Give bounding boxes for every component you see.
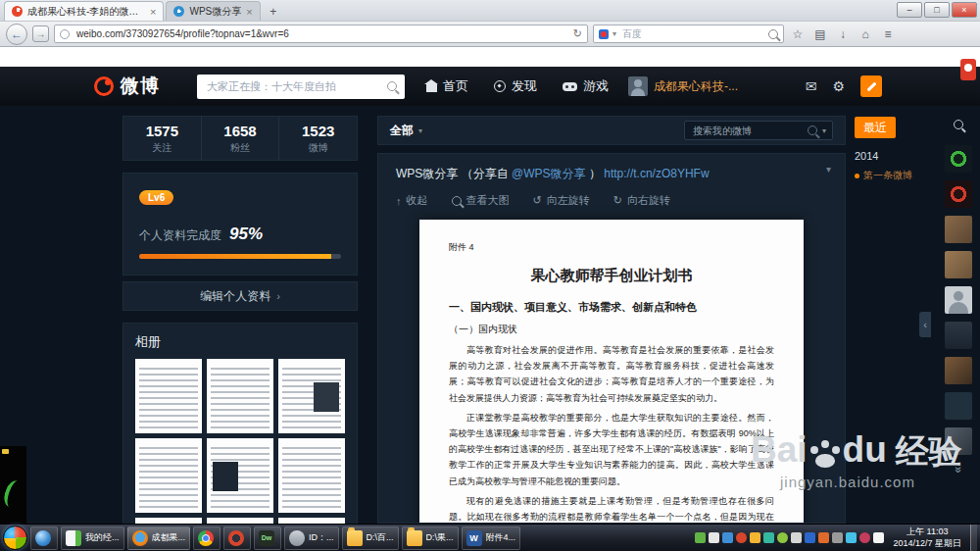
post-author[interactable]: WPS微分享 — [396, 167, 458, 180]
mail-icon[interactable]: ✉ — [806, 78, 817, 94]
filter-all-dropdown[interactable]: 全部 ▾ — [390, 123, 422, 139]
maximize-button[interactable]: □ — [924, 2, 950, 18]
compose-button[interactable] — [860, 75, 882, 97]
album-photo[interactable] — [278, 359, 345, 433]
home-icon[interactable]: ⌂ — [857, 25, 874, 43]
downloads-icon[interactable]: ↓ — [834, 25, 852, 43]
tray-icon[interactable] — [873, 532, 884, 543]
search-engine-icon[interactable] — [599, 29, 609, 39]
tray-icon[interactable] — [763, 532, 774, 543]
show-desktop-button[interactable] — [970, 525, 977, 551]
collapse-action[interactable]: ↑ 收起 — [396, 193, 428, 208]
album-photo[interactable] — [207, 438, 273, 513]
new-tab-button[interactable]: + — [263, 3, 284, 21]
taskbar-clock[interactable]: 上午 11:03 2014/12/7 星期日 — [887, 526, 967, 549]
search-magnifier-icon[interactable] — [768, 29, 778, 39]
album-photo[interactable] — [207, 359, 273, 433]
tray-icon[interactable] — [695, 532, 706, 543]
tray-icon[interactable] — [722, 532, 733, 543]
taskbar-item-word-doc[interactable]: W 附件4... — [462, 526, 521, 550]
start-button[interactable] — [3, 526, 27, 550]
post-mention-link[interactable]: @WPS微分享 — [512, 167, 586, 180]
rail-thumbnail[interactable] — [945, 392, 972, 420]
weibo-logo[interactable]: 微博 — [94, 74, 160, 99]
tray-icon[interactable] — [818, 532, 829, 543]
nav-item-discover[interactable]: 发现 — [494, 77, 537, 95]
rail-thumbnail[interactable] — [945, 322, 972, 349]
collapse-handle[interactable]: ‹ — [919, 312, 931, 337]
rail-thumbnail[interactable] — [945, 286, 972, 314]
taskbar-item-firefox-weibo[interactable]: 成都果... — [127, 526, 191, 550]
rail-thumbnail[interactable] — [945, 251, 972, 278]
album-photo[interactable] — [278, 438, 345, 513]
stat-following[interactable]: 1575 关注 — [123, 117, 202, 160]
site-identity-icon[interactable] — [60, 29, 70, 39]
rail-thumbnail[interactable] — [945, 145, 972, 173]
taskbar-item-chrome[interactable] — [193, 526, 220, 550]
timeline-year[interactable]: 2014 — [855, 150, 923, 162]
tray-icon[interactable] — [805, 532, 815, 543]
rail-search-icon[interactable] — [946, 112, 971, 137]
rotate-right-action[interactable]: ↻ 向右旋转 — [613, 193, 670, 208]
view-large-action[interactable]: 查看大图 — [452, 193, 510, 208]
forward-button[interactable]: → — [32, 25, 49, 42]
document-preview[interactable]: 附件 4 果心教师帮手创业计划书 一、国内现状、项目意义、市场需求、创新点和特色… — [419, 220, 804, 524]
rotate-left-action[interactable]: ↺ 向左旋转 — [533, 193, 590, 208]
tray-icon[interactable] — [750, 532, 760, 543]
engine-caret-icon[interactable]: ▾ — [612, 29, 616, 38]
search-bar[interactable]: ▾ — [593, 25, 784, 43]
weibo-search-box[interactable] — [197, 75, 405, 99]
album-photo[interactable] — [135, 438, 202, 513]
nav-item-games[interactable]: 游戏 — [563, 77, 609, 95]
mini-player-thumbnail[interactable] — [0, 446, 26, 524]
nav-item-home[interactable]: 首页 — [426, 77, 468, 95]
feed-search-input[interactable] — [691, 125, 803, 137]
tray-icon[interactable] — [791, 532, 802, 543]
taskbar-item-folder-guo[interactable]: D:\果... — [402, 526, 459, 550]
settings-gear-icon[interactable]: ⚙ — [832, 78, 845, 94]
close-button[interactable]: × — [952, 2, 977, 18]
recent-button[interactable]: 最近 — [855, 117, 896, 138]
tray-icon[interactable] — [709, 532, 719, 543]
timeline-first-weibo[interactable]: 第一条微博 — [855, 169, 923, 182]
edit-profile-link[interactable]: 编辑个人资料 › — [122, 281, 358, 311]
minimize-button[interactable]: – — [897, 2, 922, 18]
tray-icon[interactable] — [832, 532, 843, 543]
user-menu[interactable]: 成都果心科技-... — [628, 76, 738, 96]
feed-search-box[interactable]: ▾ — [684, 121, 833, 140]
rail-thumbnail[interactable] — [945, 357, 972, 384]
post-short-link[interactable]: http://t.cn/zO8YHFw — [604, 167, 709, 180]
tab-wps-share[interactable]: WPS微分享 × — [166, 1, 260, 21]
rail-thumbnail[interactable] — [945, 180, 972, 208]
tray-icon[interactable] — [777, 532, 788, 543]
weibo-search-magnifier-icon[interactable] — [387, 81, 397, 91]
tab-close-icon[interactable]: × — [150, 6, 156, 18]
taskbar-item-my-jingyan[interactable]: 我的经... — [61, 526, 124, 550]
float-red-badge-icon[interactable] — [960, 59, 976, 80]
taskbar-item-browser-sphere[interactable] — [30, 526, 58, 550]
tray-icon[interactable] — [846, 532, 857, 543]
bookmarks-menu-icon[interactable]: ▤ — [811, 25, 829, 43]
stat-weibos[interactable]: 1523 微博 — [279, 117, 357, 160]
taskbar-item-opera[interactable] — [223, 526, 251, 550]
weibo-search-input[interactable] — [205, 79, 381, 93]
url-bar[interactable]: ↻ — [54, 25, 588, 43]
reload-icon[interactable]: ↻ — [573, 27, 582, 40]
tray-icon[interactable] — [859, 532, 870, 543]
back-button[interactable]: ← — [6, 24, 27, 45]
taskbar-item-folder-baidu[interactable]: D:\百... — [342, 526, 399, 550]
feed-search-caret-icon[interactable]: ▾ — [822, 126, 826, 135]
stat-followers[interactable]: 1658 粉丝 — [202, 117, 280, 160]
level-badge[interactable]: Lv6 — [139, 190, 173, 205]
album-photo[interactable] — [135, 359, 202, 433]
rail-thumbnail[interactable] — [945, 216, 972, 243]
bookmark-star-icon[interactable]: ☆ — [789, 25, 807, 43]
taskbar-item-id[interactable]: ID：... — [284, 526, 339, 550]
taskbar-item-dreamweaver[interactable]: Dw — [254, 526, 281, 550]
tab-weibo-profile[interactable]: 成都果心科技-李娟的微博... × — [4, 1, 164, 21]
tray-icon[interactable] — [736, 532, 747, 543]
url-input[interactable] — [74, 27, 568, 40]
tab-close-icon[interactable]: × — [246, 6, 252, 18]
menu-icon[interactable]: ≡ — [879, 25, 897, 43]
post-collapse-caret-icon[interactable]: ▾ — [826, 164, 831, 175]
